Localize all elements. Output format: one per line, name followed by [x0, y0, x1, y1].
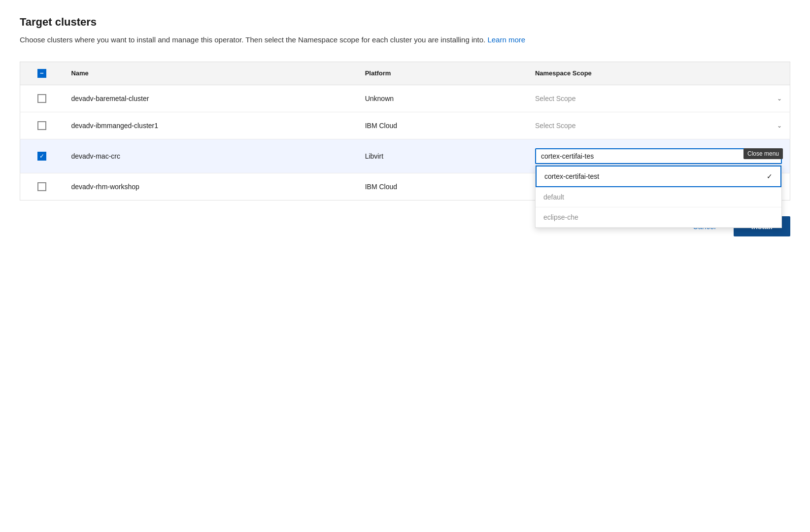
scope-value-3: cortex-certifai-tes: [541, 152, 757, 160]
table-row: devadv-baremetal-cluster Unknown Select …: [20, 85, 790, 112]
row-name-3: devadv-mac-crc: [63, 139, 357, 173]
row-checkbox-cell-1: [20, 85, 64, 112]
column-header-scope: Namespace Scope: [527, 62, 790, 85]
row-scope-cell-1: Select Scope ⌄: [527, 85, 790, 112]
row-checkbox-3[interactable]: ✓: [37, 152, 46, 161]
row-checkbox-cell-2: [20, 112, 64, 139]
row-platform-1: Unknown: [357, 85, 527, 112]
row-name-4: devadv-rhm-workshop: [63, 173, 357, 200]
scope-select-2[interactable]: Select Scope ⌄: [535, 122, 782, 130]
row-name-2: devadv-ibmmanged-cluster1: [63, 112, 357, 139]
description-text: Choose clusters where you want to instal…: [20, 35, 485, 44]
dropdown-item-eclipse[interactable]: eclipse-che: [536, 207, 781, 228]
row-checkbox-2[interactable]: [37, 121, 46, 130]
row-scope-cell-3: cortex-certifai-tes ✕ ⌃ Close menu corte…: [527, 139, 790, 173]
scope-dropdown-wrapper-3: cortex-certifai-tes ✕ ⌃ Close menu corte…: [535, 148, 782, 164]
row-platform-4: IBM Cloud: [357, 173, 527, 200]
selected-check-icon: ✓: [767, 172, 773, 180]
row-name-1: devadv-baremetal-cluster: [63, 85, 357, 112]
column-header-name: Name: [63, 62, 357, 85]
page-title: Target clusters: [20, 16, 790, 29]
chevron-down-icon-2: ⌄: [777, 122, 782, 129]
row-scope-cell-2: Select Scope ⌄: [527, 112, 790, 139]
column-header-platform: Platform: [357, 62, 527, 85]
row-checkbox-1[interactable]: [37, 94, 46, 103]
scope-dropdown-menu-3: cortex-certifai-test ✓ default eclipse-c…: [535, 165, 782, 228]
row-checkbox-4[interactable]: [37, 182, 46, 191]
row-checkbox-cell-3: ✓: [20, 139, 64, 173]
scope-select-label-2: Select Scope: [535, 122, 773, 130]
row-platform-3: Libvirt: [357, 139, 527, 173]
cluster-table: − Name Platform Namespace Scope devadv-b…: [20, 62, 790, 200]
header-checkbox-indeterminate[interactable]: −: [37, 69, 46, 78]
chevron-down-icon-1: ⌄: [777, 95, 782, 102]
table-row: devadv-ibmmanged-cluster1 IBM Cloud Sele…: [20, 112, 790, 139]
dropdown-item-default[interactable]: default: [536, 187, 781, 207]
dropdown-item-cortex[interactable]: cortex-certifai-test ✓: [536, 166, 781, 187]
close-menu-tooltip: Close menu: [743, 148, 783, 159]
learn-more-link[interactable]: Learn more: [487, 35, 525, 44]
dropdown-item-label-cortex: cortex-certifai-test: [544, 172, 599, 180]
scope-select-label-1: Select Scope: [535, 95, 773, 102]
row-platform-2: IBM Cloud: [357, 112, 527, 139]
table-header-row: − Name Platform Namespace Scope: [20, 62, 790, 85]
page-description: Choose clusters where you want to instal…: [20, 34, 790, 46]
row-checkbox-cell-4: [20, 173, 64, 200]
header-checkbox-cell: −: [20, 62, 64, 85]
scope-select-1[interactable]: Select Scope ⌄: [535, 95, 782, 102]
table-row: ✓ devadv-mac-crc Libvirt cortex-certifai…: [20, 139, 790, 173]
